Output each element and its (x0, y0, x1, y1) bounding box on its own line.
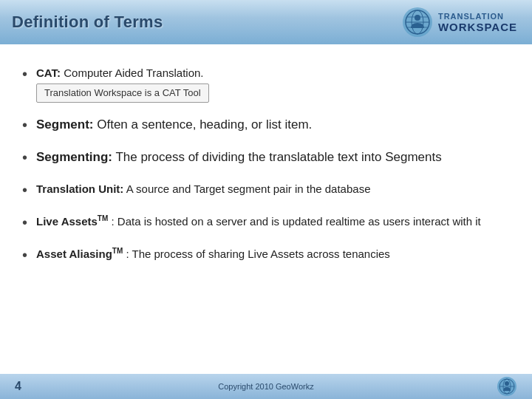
list-item: • CAT: Computer Aided Translation. Trans… (22, 65, 510, 103)
header-bar: Definition of Terms TRANSLATION WORKSPAC… (0, 0, 532, 44)
list-item: • Asset AliasingTM : The process of shar… (22, 246, 510, 265)
footer-logo-icon (497, 376, 517, 397)
footer: 4 Copyright 2010 GeoWorkz (0, 374, 532, 399)
bullet-content: CAT: Computer Aided Translation. Transla… (36, 65, 510, 103)
footer-logo (497, 376, 517, 397)
bullet-dot: • (22, 212, 27, 233)
tm-sup: TM (98, 214, 108, 222)
bullet-dot: • (22, 64, 27, 84)
logo-area: TRANSLATION WORKSPACE (401, 6, 517, 38)
bullet-text-cat: CAT: Computer Aided Translation. (36, 66, 204, 79)
bullet-dot: • (22, 245, 27, 265)
bullet-content: Segmenting: The process of dividing the … (36, 149, 510, 166)
bullet-text-tu: Translation Unit: A source and Target se… (36, 183, 370, 195)
bullet-text-live-assets: Live AssetsTM : Data is hosted on a serv… (36, 215, 481, 228)
list-item: • Translation Unit: A source and Target … (22, 181, 510, 200)
bullet-dot: • (22, 147, 27, 168)
page-number: 4 (15, 380, 21, 393)
bullet-text-segment: Segment: Often a sentence, heading, or l… (36, 117, 312, 132)
svg-point-6 (415, 15, 420, 21)
logo-text-bottom: WORKSPACE (438, 21, 517, 33)
svg-point-11 (505, 381, 509, 386)
bullet-dot: • (22, 180, 27, 200)
page-title: Definition of Terms (12, 13, 163, 32)
logo-text: TRANSLATION WORKSPACE (438, 12, 517, 33)
bullet-label-tu: Translation Unit: (36, 183, 123, 195)
bullet-dot: • (22, 115, 27, 135)
bullet-content: Asset AliasingTM : The process of sharin… (36, 246, 510, 262)
bullet-content: Live AssetsTM : Data is hosted on a serv… (36, 214, 510, 229)
list-item: • Live AssetsTM : Data is hosted on a se… (22, 214, 510, 233)
bullet-text-segmenting: Segmenting: The process of dividing the … (36, 150, 442, 164)
list-item: • Segment: Often a sentence, heading, or… (22, 116, 510, 135)
bullet-label-asset-aliasing: Asset AliasingTM (36, 248, 123, 260)
main-content: • CAT: Computer Aided Translation. Trans… (0, 44, 532, 286)
bullet-label-segment: Segment: (36, 117, 93, 132)
bullet-content: Translation Unit: A source and Target se… (36, 181, 510, 197)
bullet-label-live-assets: Live AssetsTM (36, 215, 108, 228)
list-item: • Segmenting: The process of dividing th… (22, 149, 510, 168)
logo-icon (401, 6, 434, 38)
copyright-text: Copyright 2010 GeoWorkz (218, 382, 313, 391)
bullet-label-segmenting: Segmenting: (36, 150, 112, 164)
bullet-content: Segment: Often a sentence, heading, or l… (36, 116, 510, 134)
callout-tooltip: Translation Workspace is a CAT Tool (36, 83, 209, 103)
bullet-label-cat: CAT: (36, 66, 61, 79)
bullet-list: • CAT: Computer Aided Translation. Trans… (22, 65, 510, 265)
bullet-text-asset-aliasing: Asset AliasingTM : The process of sharin… (36, 248, 390, 260)
tm-sup-2: TM (112, 247, 123, 255)
logo-text-top: TRANSLATION (438, 12, 504, 21)
